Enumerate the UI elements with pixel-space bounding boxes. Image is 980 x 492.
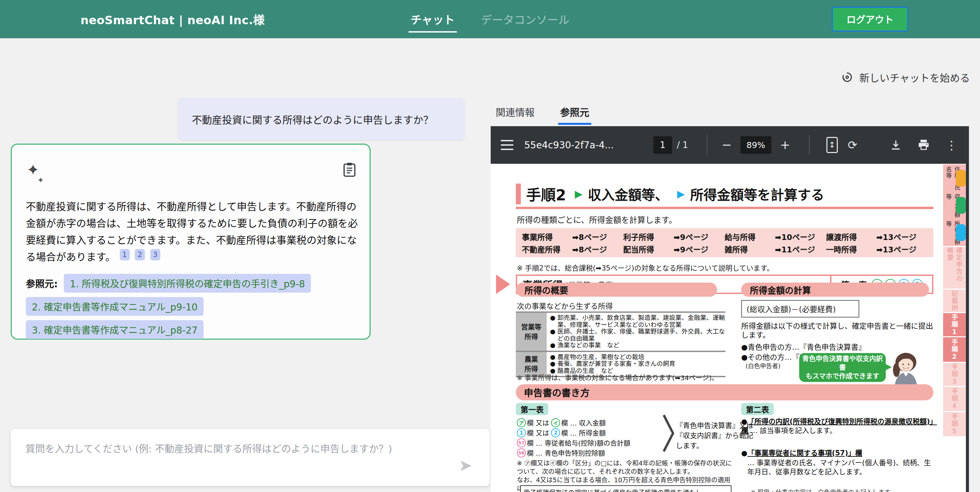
tab-source[interactable]: 参照元 (560, 105, 589, 125)
send-icon[interactable]: ➤ (459, 457, 472, 473)
more-options-icon[interactable]: ⋮ (945, 138, 958, 152)
form2-item-income-breakdown: ●「所得の内訳(所得税及び復興特別所得税の源泉徴収税額)」欄 … 該当事項を記入… (741, 417, 937, 435)
row-label: 営業等 所得 (516, 313, 547, 351)
white-return-sub: (白色申告者) (746, 361, 780, 370)
sparkle-small-icon: ✦ (37, 176, 44, 185)
list-item: ● 養蚕、農家が兼営する家畜・家きんの飼育 (550, 361, 725, 367)
side-tab-income: 所得金額等 (943, 219, 966, 246)
business-tax-note: ※ 事業所得は、事業税の対象になる場合があります(➡34ページ)。 (517, 372, 718, 382)
calculation-body: 所得金額は以下の様式で計算し、確定申告書と一緒に提出します。 (741, 321, 937, 340)
user-message-bubble: 不動産投資に関する所得はどのように申告しますか？ (178, 98, 465, 140)
new-chat-button[interactable]: 新しいチャットを始める (840, 70, 970, 85)
pdf-viewer: 55e4c930-2f7a-4... 1 / 1 − 89% + ↕ ⟳ (491, 126, 969, 492)
toolbar-divider (809, 135, 810, 155)
logout-button[interactable]: ログアウト (832, 7, 908, 32)
form2-pill: 第二表 (741, 403, 774, 415)
scope-note: ※ 手順2では、総合課税(➡35ページ)の対象となる所得について説明しています。 (517, 262, 774, 273)
download-icon[interactable] (890, 139, 902, 151)
citation-chip-2[interactable]: 2 (135, 249, 145, 260)
title-part2: 所得金額等を計算する (690, 184, 824, 204)
citation-chip-3[interactable]: 3 (150, 249, 160, 260)
page-total: / 1 (677, 140, 688, 150)
mark-57-icon: 57 (517, 438, 526, 447)
sources-label: 参照元: (26, 276, 58, 290)
rotate-icon[interactable]: ⟳ (848, 138, 858, 152)
side-tab-address: 住所、氏名等 (943, 165, 966, 192)
side-tab-revenue: 収入金額等 (943, 192, 966, 219)
pdf-filename: 55e4c930-2f7a-4... (524, 140, 614, 151)
question-input[interactable] (11, 429, 457, 486)
form2-note: ※ 程度・仕事の内容は、白色申告者のみ記入します。 (751, 487, 937, 492)
pdf-page: 手順2 ▶ 収入金額等、 ▶ 所得金額等を計算する 所得の種類ごとに、所得金額を… (491, 164, 966, 492)
green-tab-icon (956, 197, 966, 214)
mark-58-icon: 58 (517, 448, 526, 457)
zoom-in-icon[interactable]: + (780, 139, 790, 151)
form1-line-revenue: ア 欄 又は イ 欄 … 収入金額 (517, 418, 608, 428)
income-pageref: ➡8ページ (572, 243, 607, 255)
mark-2-icon: 2 (551, 428, 560, 437)
new-chat-label: 新しいチャットを始める (859, 70, 970, 85)
mark-a-icon: ア (517, 418, 526, 427)
pdf-toolbar: 55e4c930-2f7a-4... 1 / 1 − 89% + ↕ ⟳ (491, 126, 969, 164)
income-pageref: ➡8ページ (572, 231, 607, 242)
form1-line-57: 57 欄 … 専従者給与(控除)額の合計額 (517, 438, 632, 448)
side-tab-step2: 手順2 (943, 337, 966, 362)
income-label: 配当所得 (623, 243, 673, 255)
fit-page-icon[interactable]: ↕ (826, 137, 838, 153)
user-message-text: 不動産投資に関する所得はどのように申告しますか？ (192, 112, 433, 126)
page-number-input[interactable]: 1 (653, 136, 672, 154)
form1-line-58: 58 欄 … 青色申告特別控除額 (517, 448, 607, 458)
app-header: neoSmartChat | neoAI Inc.様 チャット データコンソール… (0, 0, 980, 38)
assistant-answer-text: 不動産投資に関する所得は、不動産所得として申告します。不動産所得の金額が赤字の場… (26, 201, 358, 263)
income-pageref: ➡13ページ (877, 243, 916, 255)
orange-tab-icon (956, 170, 966, 187)
side-tab-step3: 手順3 (943, 363, 966, 386)
blue-return-item: ●青色申告の方…『青色申告決算書』 (741, 341, 865, 352)
tab-chat[interactable]: チャット (410, 5, 455, 33)
side-tab-step4: 手順4 (943, 387, 966, 411)
assistant-character-illustration (887, 350, 925, 385)
income-pageref: ➡9ページ (673, 231, 708, 242)
pdf-step-title: 手順2 ▶ 収入金額等、 ▶ 所得金額等を計算する (516, 183, 824, 205)
title-underline (516, 207, 933, 209)
menu-icon[interactable] (501, 140, 514, 150)
overview-table: 営業等 所得 ● 卸売業、小売業、飲食店業、製造業、建設業、金融業、運輸業、修理… (516, 311, 725, 377)
side-tab-overview: 確定申告の概要 (943, 247, 966, 289)
list-item: ● 医師、弁護士、作家、俳優、職業野球選手、外交員、大工などの自由職業 (550, 328, 725, 342)
source-chip-3[interactable]: 3. 確定申告書等作成マニュアル_p8-27 (26, 320, 204, 339)
toolbar-divider (707, 135, 707, 155)
source-chip-1[interactable]: 1. 所得税及び復興特別所得税の確定申告の手引き_p9-8 (64, 274, 311, 293)
income-pageref: ➡11ページ (775, 243, 815, 255)
tab-related-info[interactable]: 関連情報 (496, 105, 535, 125)
sparkle-icon: ✦ ✦ (27, 161, 57, 191)
form2-item-family-employee-body: … 事業専従者の氏名、マイナンバー(個人番号)、続柄、生年月日、従事月数などを記… (747, 458, 937, 476)
list-item: ● 卸売業、小売業、飲食店業、製造業、建設業、金融業、運輸業、修理業、サービス業… (550, 315, 725, 328)
print-icon[interactable] (917, 139, 930, 151)
income-pageref: ➡10ページ (775, 231, 815, 242)
triangle-blue-icon: ▶ (677, 189, 685, 199)
overview-heading: 所得の概要 (516, 283, 717, 297)
income-label: 雑所得 (725, 243, 775, 255)
zoom-level[interactable]: 89% (741, 136, 772, 154)
zoom-out-icon[interactable]: − (721, 139, 732, 151)
citation-chip-1[interactable]: 1 (120, 249, 130, 260)
assistant-message-card: ✦ ✦ 不動産投資に関する所得は、不動産所得として申告します。不動産所得の金額が… (11, 144, 371, 340)
blue-tab-icon (956, 224, 966, 241)
section-arrow-icon (496, 275, 510, 294)
income-label: 事業所得 (522, 231, 572, 242)
form1-pill: 第一表 (516, 403, 548, 415)
source-chip-2[interactable]: 2. 確定申告書等作成マニュアル_p9-10 (26, 297, 204, 316)
copy-icon[interactable] (343, 162, 356, 177)
smartphone-tip-bubble: 青色申告決算書や収支内訳書 もスマホで作成できます (799, 353, 886, 382)
income-pageref: ➡13ページ (877, 231, 916, 242)
income-label: 一時所得 (826, 243, 877, 255)
triangle-green-icon: ▶ (575, 189, 582, 199)
tab-data-console[interactable]: データコンソール (480, 5, 570, 33)
side-tab-step5: 手順5 (943, 412, 966, 436)
electronic-ledger-box: 電子帳簿保存法の規定に基づく優良な電子帳簿の要件を満たし、 (520, 485, 732, 492)
header-nav: チャット データコンソール (410, 0, 570, 38)
calculation-heading: 所得金額の計算 (741, 283, 929, 297)
chat-input-container: ➤ (11, 429, 490, 486)
form1-line-income: 1 欄 又は 2 欄 … 所得金額 (517, 428, 608, 438)
panel-tabs: 関連情報 参照元 (496, 105, 589, 125)
